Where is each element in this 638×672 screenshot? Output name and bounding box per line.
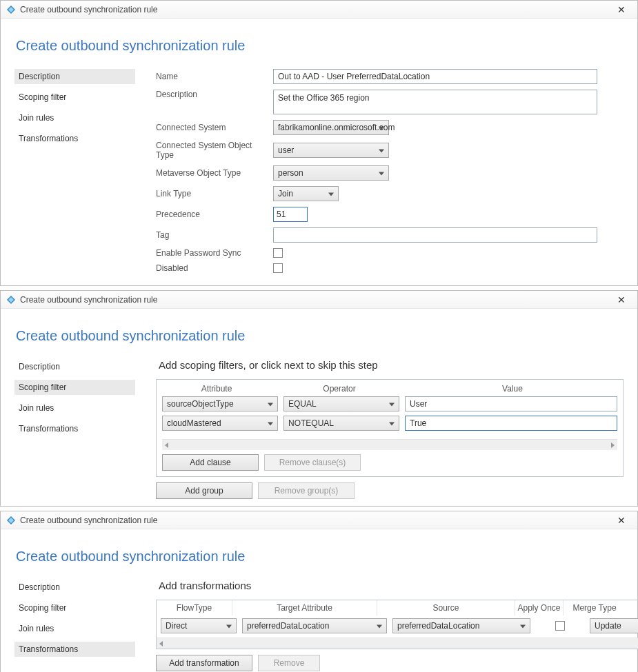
flowtype-select[interactable]: Direct: [161, 618, 237, 633]
filter-value-input[interactable]: [405, 396, 617, 411]
page-heading: Create outbound synchronization rule: [16, 38, 624, 54]
nav-description[interactable]: Description: [14, 580, 135, 595]
select-connected-system[interactable]: fabrikamonline.onmicrosoft.com: [273, 120, 389, 135]
titlebar: Create outbound synchronization rule ✕: [1, 511, 637, 529]
col-applyonce: Apply Once: [515, 600, 564, 615]
select-mv-obj-type-value: person: [278, 168, 303, 178]
checkbox-disabled[interactable]: [273, 263, 283, 273]
close-button[interactable]: ✕: [611, 294, 632, 305]
label-enable-pwd: Enable Password Sync: [156, 248, 266, 258]
filter-operator-value: NOTEQUAL: [288, 418, 334, 428]
filter-row: cloudMastered NOTEQUAL: [162, 416, 617, 431]
titlebar: Create outbound synchronization rule ✕: [1, 1, 637, 19]
page-heading: Create outbound synchronization rule: [16, 328, 624, 344]
window-title: Create outbound synchronization rule: [20, 516, 157, 525]
nav-scoping[interactable]: Scoping filter: [14, 380, 135, 395]
nav-description[interactable]: Description: [14, 69, 135, 84]
col-attribute: Attribute: [158, 384, 275, 394]
add-transformation-button[interactable]: Add transformation: [156, 655, 252, 671]
close-button[interactable]: ✕: [611, 4, 632, 15]
nav-scoping[interactable]: Scoping filter: [14, 90, 135, 105]
label-description: Description: [156, 90, 266, 99]
window-description: Create outbound synchronization rule ✕ C…: [0, 0, 638, 286]
nav-scoping[interactable]: Scoping filter: [14, 600, 135, 615]
label-connected-system: Connected System: [156, 123, 266, 132]
filter-row: sourceObjectType EQUAL: [162, 396, 617, 411]
label-link-type: Link Type: [156, 189, 266, 198]
source-value: preferredDataLocation: [397, 621, 479, 631]
window-title: Create outbound synchronization rule: [20, 5, 157, 14]
input-description[interactable]: Set the Office 365 region: [273, 90, 597, 114]
label-cs-obj-type: Connected System Object Type: [156, 141, 266, 160]
filter-operator-select[interactable]: EQUAL: [283, 396, 399, 411]
checkbox-enable-pwd[interactable]: [273, 248, 283, 258]
app-icon: [6, 295, 16, 305]
nav-transformations[interactable]: Transformations: [14, 642, 135, 657]
window-scoping: Create outbound synchronization rule ✕ C…: [0, 290, 638, 507]
source-select[interactable]: preferredDataLocation: [392, 618, 530, 633]
label-tag: Tag: [156, 230, 266, 240]
scoping-area: Add scoping filters, or click next to sk…: [156, 359, 624, 499]
applyonce-checkbox[interactable]: [555, 621, 565, 631]
remove-group-button[interactable]: Remove group(s): [258, 482, 355, 499]
filter-attribute-select[interactable]: sourceObjectType: [162, 396, 278, 411]
window-transformations: Create outbound synchronization rule ✕ C…: [0, 511, 638, 672]
input-tag[interactable]: [273, 227, 597, 243]
app-icon: [6, 516, 16, 525]
merge-type-select[interactable]: Update: [590, 618, 638, 633]
remove-clause-button[interactable]: Remove clause(s): [264, 454, 361, 471]
select-mv-obj-type[interactable]: person: [273, 165, 389, 181]
transform-subheading: Add transformations: [159, 580, 638, 591]
window-title: Create outbound synchronization rule: [20, 295, 157, 305]
col-target: Target Attribute: [232, 600, 377, 615]
add-group-button[interactable]: Add group: [156, 482, 252, 499]
description-form: Name Description Set the Office 365 regi…: [156, 69, 624, 278]
nav-description[interactable]: Description: [14, 359, 135, 374]
label-precedence: Precedence: [156, 210, 266, 219]
step-nav: Description Scoping filter Join rules Tr…: [14, 359, 135, 499]
select-connected-system-value: fabrikamonline.onmicrosoft.com: [278, 123, 395, 132]
filter-attribute-value: cloudMastered: [167, 418, 221, 428]
remove-transformation-button[interactable]: Remove: [258, 655, 320, 671]
nav-join[interactable]: Join rules: [14, 110, 135, 125]
step-nav: Description Scoping filter Join rules Tr…: [14, 580, 135, 671]
col-operator: Operator: [281, 384, 398, 394]
step-nav: Description Scoping filter Join rules Tr…: [14, 69, 135, 278]
transformation-row: Direct preferredDataLocation preferredDa…: [157, 615, 638, 636]
filter-operator-value: EQUAL: [288, 399, 317, 409]
input-precedence[interactable]: [273, 207, 308, 222]
select-cs-obj-type[interactable]: user: [273, 143, 389, 158]
transformations-area: Add transformations FlowType Target Attr…: [156, 580, 638, 671]
col-source: Source: [377, 600, 515, 615]
label-disabled: Disabled: [156, 263, 266, 273]
nav-transformations[interactable]: Transformations: [14, 131, 135, 146]
nav-transformations[interactable]: Transformations: [14, 421, 135, 436]
label-name: Name: [156, 72, 266, 81]
select-cs-obj-type-value: user: [278, 145, 294, 155]
horizontal-scrollbar[interactable]: [162, 439, 617, 450]
select-link-type-value: Join: [278, 189, 293, 198]
nav-join[interactable]: Join rules: [14, 400, 135, 416]
horizontal-scrollbar[interactable]: [157, 638, 638, 649]
merge-type-value: Update: [595, 621, 621, 631]
input-name[interactable]: [273, 69, 597, 84]
filter-value-input[interactable]: [405, 416, 617, 431]
col-value: Value: [403, 384, 621, 394]
col-flowtype: FlowType: [157, 600, 232, 615]
transformations-grid: FlowType Target Attribute Source Apply O…: [156, 600, 638, 649]
filter-attribute-select[interactable]: cloudMastered: [162, 416, 278, 431]
col-merge: Merge Type: [564, 600, 626, 615]
flowtype-value: Direct: [166, 621, 187, 631]
scoping-subheading: Add scoping filters, or click next to sk…: [159, 359, 624, 371]
label-mv-obj-type: Metaverse Object Type: [156, 168, 266, 178]
close-button[interactable]: ✕: [611, 515, 632, 526]
filter-operator-select[interactable]: NOTEQUAL: [283, 416, 399, 431]
target-attr-select[interactable]: preferredDataLocation: [242, 618, 387, 633]
target-attr-value: preferredDataLocation: [247, 621, 329, 631]
scoping-panel: Attribute Operator Value sourceObjectTyp…: [156, 379, 624, 477]
nav-join[interactable]: Join rules: [14, 621, 135, 636]
page-heading: Create outbound synchronization rule: [16, 549, 624, 564]
add-clause-button[interactable]: Add clause: [162, 454, 259, 471]
filter-attribute-value: sourceObjectType: [167, 399, 234, 409]
select-link-type[interactable]: Join: [273, 186, 339, 201]
